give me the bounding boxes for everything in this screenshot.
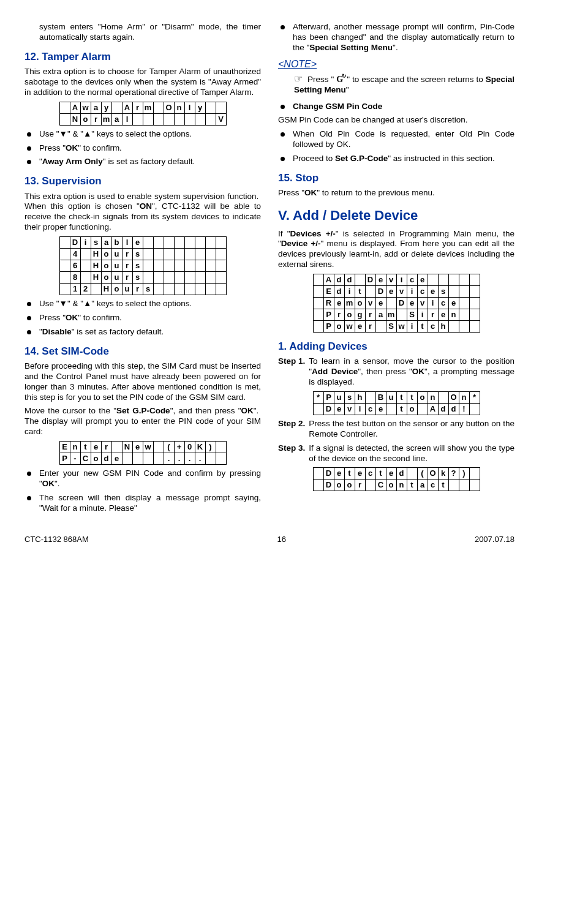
heading-13: 13. Supervision: [24, 175, 261, 187]
cont-bullets: Afterward, another message prompt will c…: [278, 22, 514, 53]
step1: Step 1. To learn in a sensor, move the c…: [278, 356, 514, 388]
step2-body: Press the test button on the sensor or a…: [309, 419, 514, 440]
step3-body: If a signal is detected, the screen will…: [309, 443, 514, 464]
page-columns: system enters "Home Arm" or "Disarm" mod…: [24, 18, 514, 517]
s13-b2: Press "OK" to confirm.: [24, 313, 261, 323]
step3: Step 3. If a signal is detected, the scr…: [278, 443, 514, 464]
heading-14: 14. Set SIM-Code: [24, 345, 261, 358]
s13-b1: Use "▼" & "▲" keys to select the options…: [24, 299, 261, 309]
lcd-supervision: Disable 4 Hours 6 Hours 8 Hours 12 Hours: [59, 236, 227, 295]
gsm-b1: When Old Pin Code is requested, enter Ol…: [278, 129, 514, 150]
lcd-devices: Add Device Edit Devices Remove Device Pr…: [313, 274, 480, 333]
s12-b2: Press "OK" to confirm.: [24, 143, 261, 154]
sV-p1: If "Devices +/-" is selected in Programm…: [278, 229, 514, 271]
s12-p1: This extra option is to choose for Tampe…: [24, 67, 261, 98]
lcd-push-button: *Push Button On* Device to Add!: [313, 391, 480, 415]
step1-label: Step 1.: [278, 356, 305, 388]
left-column: system enters "Home Arm" or "Disarm" mod…: [24, 18, 261, 517]
right-column: Afterward, another message prompt will c…: [278, 18, 514, 517]
step1-body: To learn in a sensor, move the cursor to…: [309, 356, 514, 388]
s14-p2: Move the cursor to the "Set G.P-Code", a…: [24, 406, 261, 437]
page-footer: CTC-1132 868AM 16 2007.07.18: [24, 535, 514, 544]
s14-b2: The screen will then display a message p…: [24, 493, 261, 514]
step2: Step 2. Press the test button on the sen…: [278, 419, 514, 440]
intro-cont: system enters "Home Arm" or "Disarm" mod…: [24, 22, 261, 43]
s14-b1: Enter your new GSM PIN Code and confirm …: [24, 468, 261, 489]
step2-label: Step 2.: [278, 419, 305, 440]
s12-bullets: Use "▼" & "▲" keys to select the options…: [24, 129, 261, 168]
gsm-title: Change GSM Pin Code: [278, 102, 514, 112]
note-body: ☞ Press " G " to escape and the screen r…: [278, 73, 514, 96]
escape-key-icon: G: [336, 74, 344, 85]
footer-right: 2007.07.18: [475, 535, 514, 544]
heading-1-adding: 1. Adding Devices: [278, 340, 514, 353]
cont-b1: Afterward, another message prompt will c…: [278, 22, 514, 53]
hand-icon: ☞: [294, 73, 303, 84]
step3-label: Step 3.: [278, 443, 305, 464]
footer-left: CTC-1132 868AM: [24, 535, 89, 544]
heading-V: V. Add / Delete Device: [278, 207, 514, 224]
s12-b3: "Away Arm Only" is set as factory defaul…: [24, 157, 261, 167]
s13-b3: "Disable" is set as factory default.: [24, 327, 261, 337]
s12-b1: Use "▼" & "▲" keys to select the options…: [24, 129, 261, 140]
heading-12: 12. Tamper Alarm: [24, 50, 261, 63]
gsm-bullets: Change GSM Pin Code: [278, 102, 514, 112]
s13-bullets: Use "▼" & "▲" keys to select the options…: [24, 299, 261, 337]
lcd-detected: Detected (Ok?) Door Contact: [313, 467, 480, 491]
note-a: Press ": [307, 75, 336, 84]
lcd-away-arm: Away Arm Only Normal V: [59, 102, 227, 126]
s13-p1: This extra option is used to enable syst…: [24, 192, 261, 233]
s14-p1: Before proceeding with this step, the SI…: [24, 361, 261, 403]
heading-15: 15. Stop: [278, 171, 514, 184]
s14-bullets: Enter your new GSM PIN Code and confirm …: [24, 468, 261, 514]
note-heading: <NOTE>: [278, 58, 514, 70]
lcd-pcode: Enter New (+0K) P-Code ....: [59, 441, 227, 465]
gsm-p1: GSM Pin Code can be changed at user's di…: [278, 115, 514, 126]
gsm-b2: Proceed to Set G.P-Code" as instructed i…: [278, 154, 514, 164]
footer-center: 16: [277, 535, 286, 544]
gsm-steps: When Old Pin Code is requested, enter Ol…: [278, 129, 514, 164]
s15-p1: Press "OK" to return to the previous men…: [278, 188, 514, 198]
